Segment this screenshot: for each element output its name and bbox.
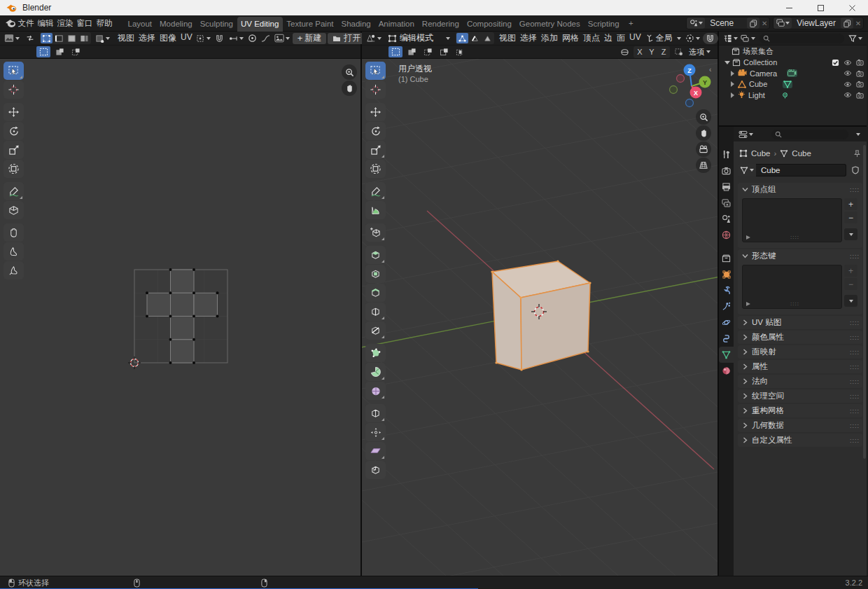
viewport-pan-button[interactable] — [696, 125, 711, 141]
viewport-menu-item[interactable]: 边 — [602, 31, 615, 46]
camera-render-icon[interactable] — [856, 70, 864, 77]
uv-proportional-editing-button[interactable] — [246, 33, 258, 44]
vertex-group-specials-button[interactable] — [844, 228, 858, 240]
maximize-button[interactable] — [805, 0, 836, 15]
viewport-menu-item[interactable]: 面 — [615, 31, 627, 46]
collapsed-panel[interactable]: 纹理空间 :::: — [738, 389, 862, 403]
navigation-gizmo[interactable]: Z Y X — [668, 63, 715, 109]
uv-editor-type-button[interactable] — [3, 33, 21, 44]
outliner-row-cube[interactable]: Cube — [719, 79, 867, 90]
uv-tool-transform[interactable] — [4, 160, 24, 178]
uv-tool-scale[interactable] — [4, 141, 24, 159]
mesh-name-field[interactable]: Cube — [756, 164, 846, 176]
outliner-filter-display-button[interactable] — [739, 33, 757, 44]
uv-select-vertex-button[interactable] — [41, 33, 52, 43]
snap-settings-button[interactable] — [673, 46, 685, 57]
boxselect-extend-button[interactable] — [405, 46, 419, 57]
topbar-menu-item[interactable]: 窗口 — [75, 16, 94, 31]
uv-select-face-button[interactable] — [66, 33, 78, 43]
tool-select-box[interactable] — [365, 62, 386, 80]
select-vertex-button[interactable] — [456, 33, 468, 43]
topbar-menu-item[interactable]: 编辑 — [36, 16, 55, 31]
tab-physics[interactable] — [719, 314, 734, 331]
uv-new-image-button[interactable]: +新建 — [293, 33, 327, 44]
tab-render[interactable] — [719, 162, 734, 179]
properties-search-field[interactable] — [771, 130, 848, 139]
close-button[interactable] — [836, 0, 868, 15]
scene-new-button[interactable] — [747, 18, 760, 29]
collection-render-icon[interactable] — [856, 59, 864, 66]
breadcrumb-object[interactable]: Cube — [751, 149, 771, 158]
tool-knife[interactable] — [365, 321, 386, 340]
collapsed-panel[interactable]: 颜色属性 :::: — [738, 331, 862, 344]
uv-tool-relax[interactable] — [4, 242, 24, 261]
tool-bevel[interactable] — [365, 284, 386, 302]
uv-tool-select-box[interactable] — [4, 62, 24, 80]
uv-pan-button[interactable] — [342, 81, 357, 96]
breadcrumb-data[interactable]: Cube — [792, 149, 811, 158]
workspace-tab[interactable]: Texture Paint — [283, 17, 337, 32]
uv-boxselect-subtract-button[interactable] — [69, 46, 83, 57]
tab-view-layer[interactable] — [719, 195, 734, 211]
uv-tool-rip-region[interactable] — [4, 201, 24, 219]
properties-filter-icon[interactable] — [737, 129, 755, 140]
viewport-canvas[interactable]: 用户透视 (1) Cube — [362, 59, 718, 576]
shape-keys-list[interactable]: :::: — [742, 265, 842, 309]
mirror-y-button[interactable]: Y — [646, 47, 657, 57]
scene-browse-button[interactable] — [687, 18, 705, 29]
tab-modifiers[interactable] — [719, 282, 734, 298]
vertex-groups-list[interactable]: :::: — [742, 198, 842, 242]
tool-cursor[interactable] — [365, 81, 386, 99]
light-render-icon[interactable] — [856, 92, 864, 99]
tool-shrink-fatten[interactable] — [365, 423, 386, 441]
uv-tool-rotate[interactable] — [4, 122, 24, 140]
tab-object[interactable] — [719, 266, 734, 282]
topbar-menu-item[interactable]: 渲染 — [55, 16, 75, 31]
workspace-tab[interactable]: Compositing — [463, 17, 515, 32]
minimize-button[interactable] — [774, 0, 805, 15]
blender-menu-icon[interactable] — [6, 19, 16, 28]
shape-key-specials-button[interactable] — [844, 295, 858, 307]
uv-menu-item[interactable]: 视图 — [115, 31, 136, 46]
boxselect-intersect-button[interactable] — [453, 46, 467, 57]
tab-world[interactable] — [719, 227, 734, 243]
tab-tool[interactable] — [719, 146, 734, 162]
viewlayer-name[interactable]: ViewLayer — [792, 18, 841, 28]
tab-particles[interactable] — [719, 298, 734, 314]
tab-output[interactable] — [719, 179, 734, 195]
uv-zoom-button[interactable] — [342, 64, 357, 80]
uv-falloff-button[interactable] — [260, 33, 272, 44]
add-workspace-button[interactable]: + — [623, 16, 639, 31]
proportional-edit-toggle[interactable] — [619, 46, 631, 57]
boxselect-subtract-button[interactable] — [421, 46, 435, 57]
uv-select-edge-button[interactable] — [53, 33, 65, 43]
tab-material[interactable] — [719, 363, 734, 379]
tool-transform[interactable] — [365, 160, 386, 178]
uv-tool-annotate[interactable] — [4, 182, 24, 200]
tool-rotate[interactable] — [365, 122, 386, 140]
pin-icon[interactable] — [853, 150, 861, 158]
viewport-ortho-button[interactable] — [696, 158, 711, 173]
vertex-group-add-button[interactable]: + — [844, 198, 858, 210]
scene-name[interactable]: Scene — [705, 18, 747, 28]
cube-render-icon[interactable] — [856, 81, 864, 88]
viewlayer-browse-button[interactable] — [774, 18, 792, 29]
collapsed-panel[interactable]: 几何数据 :::: — [738, 419, 862, 432]
uv-tool-pinch[interactable] — [4, 261, 24, 279]
pivot-point-selector[interactable] — [684, 33, 701, 44]
tool-extrude-region[interactable] — [365, 246, 386, 264]
tool-poly-build[interactable] — [365, 344, 386, 362]
tool-spin[interactable] — [365, 363, 386, 381]
scene-unlink-button[interactable]: ✕ — [760, 18, 769, 29]
viewport-menu-item[interactable]: UV — [627, 31, 643, 46]
outliner-search-field[interactable] — [760, 34, 844, 43]
select-edge-button[interactable] — [469, 33, 481, 43]
mode-selector[interactable]: 编辑模式 — [386, 33, 451, 44]
camera-data-icon[interactable] — [787, 69, 797, 77]
panel-grip-icon[interactable]: :::: — [850, 253, 860, 260]
camera-hide-icon[interactable] — [844, 70, 852, 76]
workspace-tab[interactable]: Scripting — [584, 17, 623, 32]
shape-key-add-button[interactable]: + — [844, 265, 858, 277]
tool-measure[interactable] — [365, 201, 386, 219]
properties-options-carat[interactable] — [856, 133, 860, 136]
